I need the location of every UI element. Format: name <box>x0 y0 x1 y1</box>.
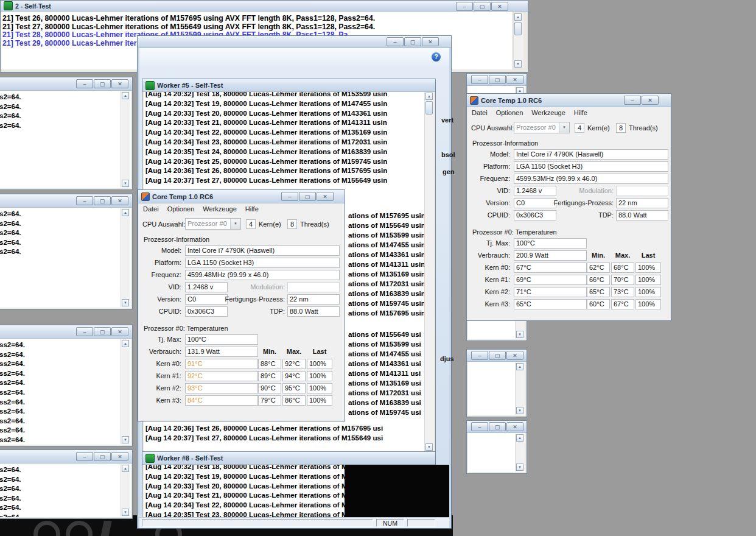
scroll-down-button[interactable]: ▼ <box>516 407 523 414</box>
minimize-button[interactable]: – <box>456 2 473 11</box>
menu-optionen[interactable]: Optionen <box>492 109 528 116</box>
maximize-button[interactable]: ▢ <box>489 422 506 431</box>
close-button[interactable]: ✕ <box>111 452 128 461</box>
maximize-button[interactable]: ▢ <box>489 75 506 84</box>
log-line: ss2=64. <box>0 398 25 407</box>
maximize-button[interactable]: ▢ <box>489 351 506 360</box>
info-field: 88.0 Watt <box>287 306 340 317</box>
scroll-down-button[interactable]: ▼ <box>514 60 522 68</box>
worker-titlebar[interactable]: –▢✕ <box>467 74 527 86</box>
minimize-button[interactable]: – <box>76 327 93 336</box>
minimize-button[interactable]: – <box>76 196 93 205</box>
worker-titlebar[interactable]: –▢✕ <box>467 421 527 433</box>
menubar: Datei Optionen Werkzeuge Hilfe <box>139 203 344 215</box>
worker-scrollbar[interactable]: ▲▼ <box>121 464 130 517</box>
scroll-down-button[interactable]: ▼ <box>516 464 523 471</box>
selftest-scrollbar[interactable]: ▲▼ <box>513 13 523 68</box>
cpu-select-combo[interactable]: Prozessor #0▼ <box>514 122 570 133</box>
maximize-button[interactable]: ▢ <box>94 452 111 461</box>
menu-datei[interactable]: Datei <box>467 109 492 116</box>
scroll-up-button[interactable]: ▲ <box>516 434 523 442</box>
worker-scrollbar[interactable]: ▲▼ <box>121 339 130 444</box>
scroll-down-button[interactable]: ▼ <box>516 331 523 338</box>
worker-scrollbar[interactable]: ▲▼ <box>121 91 130 188</box>
worker-titlebar[interactable]: –▢✕ <box>0 325 132 339</box>
minimize-button[interactable]: – <box>76 79 93 88</box>
scroll-down-button[interactable]: ▼ <box>122 509 129 516</box>
maximize-button[interactable]: ▢ <box>94 196 111 205</box>
scroll-down-button[interactable]: ▼ <box>122 299 129 306</box>
info-field: LGA 1150 (Socket H3) <box>514 161 668 172</box>
worker-titlebar[interactable]: –▢✕ <box>467 350 527 362</box>
core-temp-field: 93°C <box>185 383 258 393</box>
scroll-up-button[interactable]: ▲ <box>516 363 523 370</box>
maximize-button[interactable]: ▢ <box>299 192 316 201</box>
worker-scrollbar[interactable]: ▲▼ <box>515 434 525 471</box>
main-titlebar[interactable]: –▢✕ <box>138 36 451 48</box>
scroll-up-button[interactable]: ▲ <box>122 340 129 347</box>
close-button[interactable]: ✕ <box>506 75 523 84</box>
scroll-down-button[interactable]: ▼ <box>425 443 433 451</box>
close-button[interactable]: ✕ <box>506 351 523 360</box>
minimize-button[interactable]: – <box>624 96 641 105</box>
help-icon[interactable]: ? <box>432 52 441 62</box>
cpu-select-combo[interactable]: Prozessor #0▼ <box>185 218 241 230</box>
close-button[interactable]: ✕ <box>111 79 128 88</box>
scroll-up-button[interactable]: ▲ <box>122 465 129 472</box>
maximize-button[interactable]: ▢ <box>94 79 111 88</box>
coretemp-titlebar[interactable]: Core Temp 1.0 RC6 –✕ <box>467 94 671 107</box>
worker8-titlebar[interactable]: Worker #8 - Self-Test <box>142 452 435 465</box>
info-label: Modulation: <box>206 283 285 291</box>
scrollbar-thumb[interactable] <box>514 22 522 35</box>
log-line: ations of M153599 usin <box>348 230 425 240</box>
close-button[interactable]: ✕ <box>111 196 128 205</box>
menu-optionen[interactable]: Optionen <box>163 205 199 213</box>
maximize-button[interactable]: ▢ <box>94 327 111 336</box>
maximize-button[interactable]: ▢ <box>404 37 421 46</box>
menu-werkzeuge[interactable]: Werkzeuge <box>527 109 569 116</box>
log-line: ss2=64. <box>0 340 25 350</box>
worker-scrollbar[interactable]: ▲▼ <box>515 362 525 415</box>
temp-group-label: Prozessor #0: Temperaturen <box>472 228 557 236</box>
menu-hilfe[interactable]: Hilfe <box>241 205 263 213</box>
close-button[interactable]: ✕ <box>317 192 334 201</box>
log-line: [Aug 14 20:32] Test 18, 800000 Lucas-Leh… <box>145 92 434 99</box>
window-title: Worker #8 - Self-Test <box>157 454 223 462</box>
minimize-button[interactable]: – <box>387 37 404 46</box>
scroll-down-button[interactable]: ▼ <box>122 180 129 187</box>
core-temp-field: 71°C <box>514 287 587 297</box>
scrollbar-thumb[interactable] <box>425 101 433 115</box>
close-button[interactable]: ✕ <box>111 327 128 336</box>
worker-titlebar[interactable]: –▢✕ <box>0 77 132 91</box>
minimize-button[interactable]: – <box>76 452 93 461</box>
menu-hilfe[interactable]: Hilfe <box>570 109 592 116</box>
menu-datei[interactable]: Datei <box>139 205 163 213</box>
minimize-button[interactable]: – <box>471 351 488 360</box>
num-lock-indicator: NUM <box>376 519 404 527</box>
scroll-down-button[interactable]: ▼ <box>122 436 129 443</box>
worker5-scrollbar[interactable]: ▲▼ <box>424 92 434 451</box>
worker5-titlebar[interactable]: Worker #5 - Self-Test <box>142 79 435 92</box>
coretemp-titlebar[interactable]: Core Temp 1.0 RC6 –▢✕ <box>138 190 345 203</box>
maximize-button[interactable]: ▢ <box>474 2 491 11</box>
info-label: CPUID: <box>139 308 181 315</box>
close-button[interactable]: ✕ <box>506 422 523 431</box>
worker-titlebar[interactable]: –▢✕ <box>0 450 132 464</box>
close-button[interactable]: ✕ <box>422 37 439 46</box>
close-button[interactable]: ✕ <box>642 96 659 105</box>
menu-werkzeuge[interactable]: Werkzeuge <box>198 205 240 213</box>
minimize-button[interactable]: – <box>471 75 488 84</box>
minimize-button[interactable]: – <box>471 422 488 431</box>
worker-titlebar[interactable]: –▢✕ <box>0 194 132 208</box>
minimize-button[interactable]: – <box>281 192 298 201</box>
scroll-up-button[interactable]: ▲ <box>514 13 522 21</box>
thread-count-label: Thread(s) <box>629 124 658 132</box>
log-line: ss2=64. <box>0 369 25 379</box>
scroll-up-button[interactable]: ▲ <box>122 92 129 99</box>
close-button[interactable]: ✕ <box>491 2 508 11</box>
scroll-up-button[interactable]: ▲ <box>122 209 129 216</box>
worker-scrollbar[interactable]: ▲▼ <box>121 208 130 307</box>
scroll-up-button[interactable]: ▲ <box>425 93 433 100</box>
core-count-label: Kern(e) <box>259 220 281 228</box>
selftest-titlebar[interactable]: 2 - Self-Test –▢✕ <box>1 1 528 12</box>
